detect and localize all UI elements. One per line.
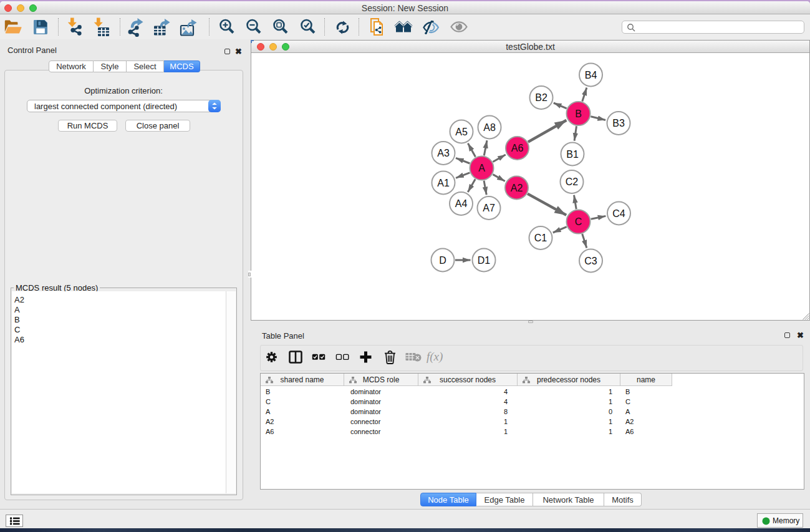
svg-text:A5: A5 xyxy=(455,127,468,137)
svg-text:C3: C3 xyxy=(584,256,597,266)
svg-text:A2: A2 xyxy=(511,183,523,193)
svg-text:B: B xyxy=(575,109,582,119)
svg-text:B3: B3 xyxy=(612,118,625,128)
svg-text:B4: B4 xyxy=(585,70,597,80)
svg-text:C4: C4 xyxy=(612,208,625,219)
svg-text:D1: D1 xyxy=(478,255,491,266)
svg-text:B1: B1 xyxy=(566,149,579,160)
svg-text:A3: A3 xyxy=(437,148,450,158)
svg-text:C2: C2 xyxy=(566,177,579,187)
svg-text:C: C xyxy=(575,216,582,227)
svg-text:A: A xyxy=(478,163,485,173)
svg-text:B2: B2 xyxy=(535,92,547,103)
svg-text:C1: C1 xyxy=(534,233,547,243)
svg-text:A1: A1 xyxy=(437,178,450,188)
svg-text:A4: A4 xyxy=(455,198,468,209)
svg-text:D: D xyxy=(439,255,446,266)
svg-text:A8: A8 xyxy=(483,122,496,133)
svg-text:A6: A6 xyxy=(511,143,524,153)
svg-text:A7: A7 xyxy=(483,203,495,213)
